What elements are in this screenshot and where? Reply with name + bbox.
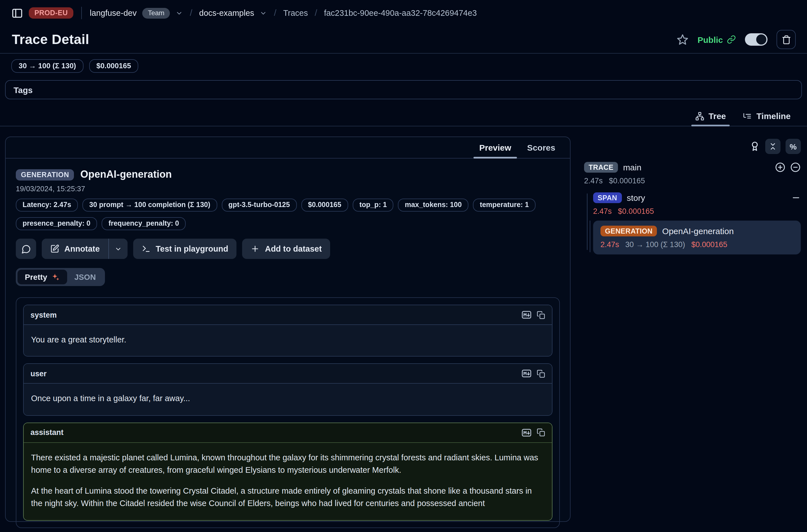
metric-badges-row-2: presence_penalty: 0 frequency_penalty: 0 [16, 217, 560, 230]
trace-name: main [623, 163, 641, 172]
generation-type-badge: GENERATION [600, 226, 657, 236]
breadcrumb-org[interactable]: langfuse-dev [90, 8, 136, 18]
chevron-down-icon[interactable] [176, 9, 183, 17]
tree-children: SPAN story 2.47s $0.000165 GENERA [584, 192, 801, 254]
tree-icon [695, 111, 704, 120]
message-header: system [24, 305, 552, 325]
breadcrumb: PROD-EU langfuse-dev Team / docs-example… [0, 0, 807, 26]
max-tokens-badge[interactable]: max_tokens: 100 [398, 198, 469, 212]
format-json-segment[interactable]: JSON [67, 270, 103, 284]
tags-label: Tags [14, 85, 33, 95]
toggle-metrics-button[interactable]: % [786, 139, 801, 154]
expand-all-icon[interactable] [775, 162, 786, 173]
observation-header: GENERATION OpenAI-generation [16, 169, 560, 180]
observation-title: OpenAI-generation [80, 169, 172, 180]
markdown-toggle-icon[interactable] [522, 310, 531, 320]
environment-badge[interactable]: PROD-EU [29, 7, 73, 19]
collapse-node-icon[interactable] [790, 162, 801, 173]
divider [81, 7, 82, 19]
generation-tokens: 30 → 100 (Σ 130) [625, 240, 685, 249]
comment-button[interactable] [16, 239, 36, 259]
collapse-all-button[interactable] [765, 139, 781, 154]
timeline-icon [743, 111, 752, 120]
comment-icon [21, 244, 31, 253]
generation-metrics: 2.47s 30 → 100 (Σ 130) $0.000165 [600, 240, 793, 249]
public-toggle[interactable] [745, 33, 768, 46]
tab-preview[interactable]: Preview [472, 137, 518, 158]
sidebar-toggle-icon[interactable] [11, 7, 23, 19]
title-row: Trace Detail Public [0, 26, 807, 53]
trash-icon [781, 35, 791, 44]
tree-node-trace[interactable]: TRACE main 2.47s $0.000165 [584, 162, 801, 185]
tab-timeline[interactable]: Timeline [737, 106, 797, 126]
tree-node-span[interactable]: SPAN story 2.47s $0.000165 [593, 192, 801, 215]
message-content: You are a great storyteller. [24, 325, 552, 356]
observation-panel: Preview Scores GENERATION OpenAI-generat… [5, 136, 570, 522]
message-header: assistant [24, 423, 552, 443]
minus-collapse-icon[interactable] [791, 193, 801, 203]
frequency-penalty-badge[interactable]: frequency_penalty: 0 [101, 217, 186, 230]
public-link[interactable]: Public [697, 35, 736, 44]
token-usage-badge[interactable]: 30 prompt → 100 completion (Σ 130) [82, 198, 217, 212]
trace-latency: 2.47s [584, 176, 603, 185]
chevron-down-icon[interactable] [260, 9, 267, 17]
breadcrumb-traces[interactable]: Traces [283, 8, 308, 18]
model-badge[interactable]: gpt-3.5-turbo-0125 [222, 198, 297, 212]
message-user: user Once upon a time in a galaxy far, f… [23, 364, 552, 416]
span-name: story [627, 193, 645, 203]
org-plan-badge: Team [142, 7, 170, 18]
generation-cost: $0.000165 [691, 240, 728, 249]
annotate-dropdown-button[interactable] [109, 239, 128, 259]
add-to-dataset-button[interactable]: Add to dataset [242, 239, 330, 259]
latency-badge[interactable]: Latency: 2.47s [16, 198, 78, 212]
title-actions: Public [677, 30, 796, 49]
playground-button[interactable]: Test in playground [133, 239, 237, 259]
annotate-button[interactable]: Annotate [42, 239, 108, 259]
breadcrumb-project[interactable]: docs-examples [199, 8, 254, 18]
tab-scores[interactable]: Scores [520, 137, 562, 158]
tab-timeline-label: Timeline [756, 111, 791, 121]
breadcrumb-separator: / [314, 8, 318, 18]
metric-badges-row-1: Latency: 2.47s 30 prompt → 100 completio… [16, 198, 560, 212]
action-buttons: Annotate Test in playground Add to data [16, 239, 560, 259]
terminal-icon [142, 244, 151, 253]
delete-trace-button[interactable] [776, 30, 796, 49]
tags-box[interactable]: Tags [5, 80, 802, 99]
scores-award-icon[interactable] [749, 141, 760, 152]
tab-tree[interactable]: Tree [689, 106, 732, 126]
copy-icon[interactable] [537, 429, 545, 437]
format-pretty-segment[interactable]: Pretty [18, 270, 67, 284]
message-role: system [31, 310, 57, 319]
markdown-toggle-icon[interactable] [522, 369, 531, 379]
trace-tree: % TRACE main 2.47s $0.000165 [584, 136, 801, 254]
pen-square-icon [50, 244, 59, 253]
trace-detail-page: PROD-EU langfuse-dev Team / docs-example… [0, 0, 807, 532]
breadcrumb-trace-id[interactable]: fac231bc-90ee-490a-aa32-78c4269474e3 [324, 8, 477, 18]
panel-tabs: Preview Scores [6, 137, 570, 158]
bookmark-star-icon[interactable] [677, 34, 689, 45]
presence-penalty-badge[interactable]: presence_penalty: 0 [16, 217, 97, 230]
span-latency: 2.47s [593, 207, 612, 215]
view-tabs: Tree Timeline [0, 106, 807, 126]
breadcrumb-separator: / [189, 8, 193, 18]
message-content: There existed a majestic planet called L… [24, 443, 552, 520]
chevron-down-icon [115, 245, 122, 252]
temperature-badge[interactable]: temperature: 1 [473, 198, 536, 212]
token-usage-badge[interactable]: 30 → 100 (Σ 130) [11, 59, 83, 73]
message-header: user [24, 364, 552, 384]
generation-name: OpenAI-generation [662, 226, 734, 236]
add-to-dataset-label: Add to dataset [265, 244, 322, 253]
copy-icon[interactable] [537, 369, 545, 378]
copy-icon[interactable] [537, 310, 545, 319]
message-system: system You are a great storyteller. [23, 305, 552, 357]
markdown-toggle-icon[interactable] [522, 428, 531, 438]
tree-toolbar: % [584, 139, 801, 154]
cost-badge[interactable]: $0.000165 [89, 59, 138, 73]
top-p-badge[interactable]: top_p: 1 [353, 198, 394, 212]
message-content: Once upon a time in a galaxy far, far aw… [24, 384, 552, 415]
tree-node-generation-selected[interactable]: GENERATION OpenAI-generation 2.47s 30 → … [593, 221, 801, 254]
link-icon [727, 35, 736, 44]
cost-badge[interactable]: $0.000165 [301, 198, 348, 212]
generation-latency: 2.47s [600, 240, 619, 249]
sparkles-icon [51, 273, 59, 281]
